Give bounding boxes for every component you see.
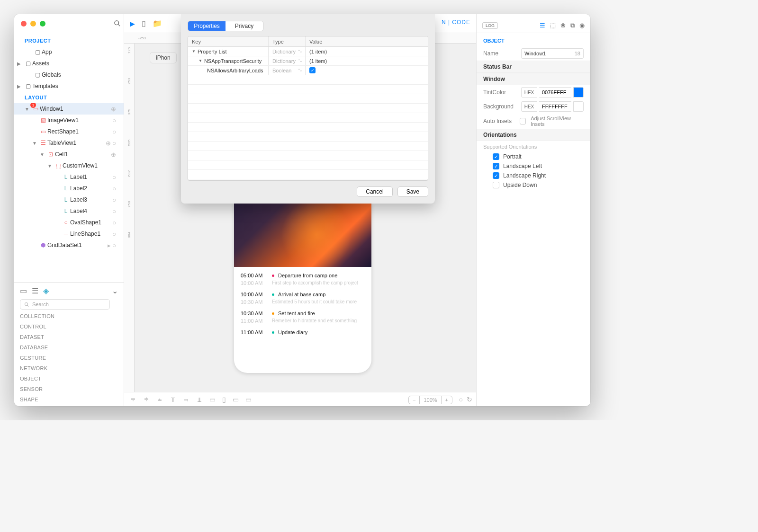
col-key: Key <box>188 36 269 46</box>
orientation-option[interactable]: ✓Landscape Right <box>483 172 584 179</box>
project-item[interactable]: ▶▢Assets <box>14 58 124 69</box>
layout-item[interactable]: LLabel3○ <box>14 194 124 205</box>
schedule-entry: 10:30 AM11:00 AMSet tent and fireRemeber… <box>234 308 371 327</box>
align-left-icon[interactable]: ⫪ <box>170 396 176 403</box>
project-item[interactable]: ▶▢Templates <box>14 80 124 92</box>
align-right-icon[interactable]: ⫫ <box>196 396 203 403</box>
rotate-icon[interactable]: ↻ <box>467 396 472 403</box>
orientations-section-head: Orientations <box>477 129 590 141</box>
folder-icon[interactable]: 📁 <box>153 19 162 28</box>
tab-privacy[interactable]: Privacy <box>226 21 263 31</box>
tintcolor-input[interactable]: 0076FFFF <box>539 87 571 98</box>
library-category[interactable]: DATASET <box>20 334 118 340</box>
zoom-out-button[interactable]: − <box>409 396 420 404</box>
project-item[interactable]: ▢Globals <box>14 69 124 80</box>
device-label[interactable]: iPhon <box>150 52 177 63</box>
ruler-vertical: 126253379505632758884 <box>124 44 135 392</box>
lib-list-icon[interactable]: ☰ <box>32 286 38 295</box>
save-button[interactable]: Save <box>397 186 428 197</box>
imageview-preview <box>234 203 371 267</box>
layout-item[interactable]: ▧ImageView1○ <box>14 115 124 126</box>
orientations-note: Supported Orientations <box>477 141 590 152</box>
plist-row[interactable]: ▼Property ListDictionary(1 item) <box>188 47 428 56</box>
orientation-option[interactable]: Upside Down <box>483 182 584 188</box>
autoinsets-checkbox[interactable] <box>520 118 526 124</box>
play-button[interactable]: ▶ <box>130 20 135 27</box>
layout-item[interactable]: ▼⊡Cell1⊕ <box>14 149 124 160</box>
layout-item[interactable]: LLabel4○ <box>14 205 124 217</box>
library-category[interactable]: SENSOR <box>20 386 118 392</box>
layout-section-head: LAYOUT <box>14 92 124 103</box>
library-category[interactable]: OBJECT <box>20 376 118 381</box>
zoom-control[interactable]: − 100% + <box>408 396 452 404</box>
orientation-option[interactable]: ✓Landscape Left <box>483 163 584 169</box>
inspector: LOG ☰ ⬚ ❀ ⧉ ◉ OBJECT Name Window1 18 Sta… <box>477 14 590 406</box>
svg-line-3 <box>27 305 29 306</box>
window-section-head: Window <box>477 73 590 85</box>
distribute-v-icon[interactable]: ▯ <box>222 396 226 403</box>
schedule-entry: 10:00 AM10:30 AMArrival at base campEsti… <box>234 289 371 308</box>
schedule-entry: 05:00 AM10:00 AMDeparture from camp oneF… <box>234 270 371 289</box>
cancel-button[interactable]: Cancel <box>357 186 392 197</box>
library-category[interactable]: SHAPE <box>20 397 118 402</box>
name-label: Name <box>483 50 516 57</box>
svg-line-1 <box>118 24 120 26</box>
close-window[interactable] <box>21 21 27 27</box>
background-swatch[interactable] <box>573 101 584 112</box>
plist-table[interactable]: Key Type Value ▼Property ListDictionary(… <box>188 36 428 181</box>
zoom-in-button[interactable]: + <box>442 396 452 404</box>
modal-segment[interactable]: Properties Privacy <box>188 21 263 31</box>
plist-row[interactable]: ▼NSAppTransportSecurityDictionary(1 item… <box>188 56 428 66</box>
layout-item[interactable]: ▭RectShape1○ <box>14 126 124 137</box>
name-input[interactable]: Window1 18 <box>521 48 584 59</box>
layout-item[interactable]: ▼⬚CustomView1 <box>14 160 124 171</box>
fit-icon[interactable]: ○ <box>459 396 463 403</box>
lib-cube-icon[interactable]: ◈ <box>43 286 49 295</box>
project-item[interactable]: ▢App <box>14 46 124 58</box>
layout-item[interactable]: LLabel1○ <box>14 171 124 183</box>
col-value: Value <box>306 36 428 46</box>
distribute-h-icon[interactable]: ▭ <box>209 396 216 403</box>
layout-item[interactable]: LLabel2○ <box>14 183 124 194</box>
phone-preview: 05:00 AM10:00 AMDeparture from camp oneF… <box>234 203 371 373</box>
background-label: Background <box>483 103 516 110</box>
properties-modal: Properties Privacy Key Type Value ▼Prope… <box>181 14 435 204</box>
chevron-down-icon[interactable]: ⌄ <box>112 286 118 295</box>
sidebar: PROJECT ▢App▶▢Assets▢Globals▶▢Templates … <box>14 14 124 406</box>
layout-item[interactable]: ⬢GridDataSet1▸ ○ <box>14 239 124 251</box>
library-category[interactable]: CONTROL <box>20 324 118 329</box>
align-bottom-icon[interactable]: ⫨ <box>156 396 163 403</box>
tab-properties[interactable]: Properties <box>188 21 226 31</box>
design-code-toggle[interactable]: N | CODE <box>442 19 470 26</box>
layout-item[interactable]: ─LineShape1○ <box>14 228 124 239</box>
align-vcenter-icon[interactable]: ⫩ <box>143 396 150 403</box>
minimize-window[interactable] <box>30 21 36 27</box>
library-category[interactable]: DATABASE <box>20 345 118 350</box>
overlay2-icon[interactable]: ▭ <box>245 396 252 403</box>
schedule-entry: 11:00 AMUpdate diary <box>234 327 371 340</box>
library-category[interactable]: COLLECTION <box>20 313 118 319</box>
library-panel: ▭ ☰ ◈ ⌄ Search COLLECTIONCONTROLDATASETD… <box>14 282 124 406</box>
align-hcenter-icon[interactable]: ⫬ <box>183 396 190 403</box>
lib-view-icon[interactable]: ▭ <box>20 286 27 295</box>
overlay-icon[interactable]: ▭ <box>233 396 239 403</box>
hex-label: HEX <box>521 87 537 98</box>
device-icon[interactable]: ▯ <box>142 19 146 28</box>
col-type: Type <box>269 36 306 46</box>
library-category[interactable]: GESTURE <box>20 355 118 361</box>
maximize-window[interactable] <box>40 21 45 27</box>
layout-item[interactable]: ○OvalShape1○ <box>14 217 124 228</box>
tintcolor-label: TintColor <box>483 89 516 96</box>
plist-row[interactable]: NSAllowsArbitraryLoadsBoolean✓ <box>188 66 428 75</box>
search-icon[interactable] <box>114 20 121 29</box>
tintcolor-swatch[interactable] <box>573 87 584 98</box>
zoom-value: 100% <box>420 396 441 404</box>
layout-item[interactable]: ▼☰TableView1⊕ ○ <box>14 137 124 149</box>
layout-item[interactable]: ▼▭1Window1⊕ <box>14 103 124 115</box>
object-section-head: OBJECT <box>477 33 590 46</box>
library-search[interactable]: Search <box>20 299 110 310</box>
align-top-icon[interactable]: ⫧ <box>130 396 136 403</box>
background-input[interactable]: FFFFFFFF <box>539 101 571 112</box>
orientation-option[interactable]: ✓Portrait <box>483 153 584 160</box>
library-category[interactable]: NETWORK <box>20 365 118 371</box>
